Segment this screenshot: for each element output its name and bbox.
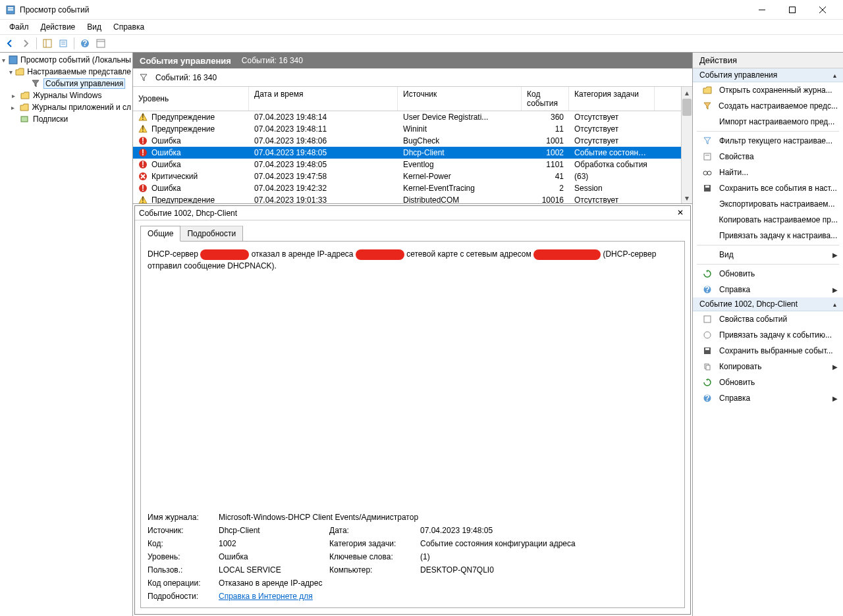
properties-button[interactable] (56, 36, 70, 51)
forward-button[interactable] (18, 36, 33, 51)
tab-general[interactable]: Общие (140, 226, 180, 242)
details-help-link[interactable]: Справка в Интернете для (219, 592, 313, 601)
meta-user: LOCAL SERVICE (219, 565, 324, 575)
maximize-button[interactable] (777, 0, 807, 20)
tree-label: События управления (43, 78, 125, 89)
action-refresh[interactable]: Обновить (693, 266, 843, 282)
refresh-tool-button[interactable] (94, 36, 108, 51)
action-attach-event-task[interactable]: Привязать задачу к событию... (693, 327, 843, 343)
col-date[interactable]: Дата и время (249, 87, 398, 111)
show-tree-button[interactable] (40, 36, 55, 51)
scrollbar[interactable]: ▴ ▾ (681, 87, 692, 203)
chevron-right-icon: ▶ (832, 363, 838, 371)
action-export[interactable]: Экспортировать настраиваем... (693, 196, 843, 212)
redacted-block (356, 249, 404, 260)
svg-text:!: ! (142, 148, 144, 157)
detail-tabs: Общие Подробности (135, 220, 690, 242)
menu-help[interactable]: Справка (108, 21, 150, 33)
svg-rect-14 (97, 39, 105, 47)
expand-icon[interactable]: ▸ (9, 92, 17, 99)
tree-subscriptions[interactable]: Подписки (0, 113, 132, 125)
collapse-icon[interactable]: ▴ (833, 301, 836, 308)
meta-cat: Событие состояния конфигурации адреса (420, 539, 678, 548)
center-count: Событий: 16 340 (242, 56, 303, 65)
action-attach-task[interactable]: Привязать задачу к настраива... (693, 228, 843, 244)
tree-app-logs[interactable]: ▸ Журналы приложений и сл (0, 101, 132, 113)
action-save-all[interactable]: Сохранить все события в наст... (693, 180, 843, 196)
event-description: DHCP-сервер отказал в аренде IP-адреса с… (148, 248, 678, 272)
expand-icon[interactable]: ▾ (1, 57, 6, 64)
tree-admin-events[interactable]: События управления (0, 78, 132, 90)
meta-computer: DESKTOP-QN7QLI0 (420, 565, 678, 575)
titlebar: Просмотр событий (0, 0, 843, 20)
svg-text:!: ! (142, 124, 144, 134)
action-find[interactable]: Найти... (693, 165, 843, 180)
funnel-icon (702, 101, 712, 111)
detail-panel: Событие 1002, Dhcp-Client ✕ Общие Подроб… (134, 205, 691, 615)
help-icon: ? (702, 393, 713, 403)
col-level[interactable]: Уровень (133, 87, 249, 111)
funnel-icon (702, 136, 713, 146)
svg-rect-16 (9, 56, 17, 64)
actions-panel: Действия События управления ▴ Открыть со… (693, 53, 843, 616)
svg-text:!: ! (142, 195, 144, 203)
action-event-props[interactable]: Свойства событий (693, 311, 843, 327)
tab-content: DHCP-сервер отказал в аренде IP-адреса с… (140, 241, 685, 608)
action-view-submenu[interactable]: Вид▶ (693, 247, 843, 263)
event-row[interactable]: !Предупреждение07.04.2023 19:48:11Winini… (133, 123, 681, 135)
svg-rect-43 (705, 348, 709, 350)
tab-details[interactable]: Подробности (180, 226, 243, 242)
event-row[interactable]: !Ошибка07.04.2023 19:48:05Dhcp-Client100… (133, 147, 681, 159)
menu-view[interactable]: Вид (82, 21, 107, 33)
menu-file[interactable]: Файл (4, 21, 34, 33)
svg-text:!: ! (142, 160, 144, 169)
tree-panel: ▾ Просмотр событий (Локальны ▾ Настраива… (0, 53, 133, 616)
event-row[interactable]: !Предупреждение07.04.2023 19:01:33Distri… (133, 194, 681, 203)
detail-close-button[interactable]: ✕ (674, 208, 686, 218)
meta-opcode: Отказано в аренде IP-адрес (219, 578, 678, 588)
action-create-view[interactable]: Создать настраиваемое предс... (693, 98, 843, 114)
svg-point-34 (703, 171, 707, 175)
tree-label: Подписки (33, 115, 68, 124)
action-refresh-2[interactable]: Обновить (693, 374, 843, 390)
event-row[interactable]: !Предупреждение07.04.2023 19:48:14User D… (133, 111, 681, 123)
scroll-up-icon[interactable]: ▴ (682, 87, 692, 98)
action-import-view[interactable]: Импорт настраиваемого пред... (693, 114, 843, 130)
tree-custom-views[interactable]: ▾ Настраиваемые представле (0, 66, 132, 78)
filter-count: Событий: 16 340 (155, 73, 217, 82)
tree-label: Настраиваемые представле (27, 67, 131, 76)
col-cat[interactable]: Категория задачи (569, 87, 655, 111)
actions-header: Действия (693, 53, 843, 68)
col-source[interactable]: Источник (398, 87, 522, 111)
help-button[interactable]: ? (78, 36, 92, 51)
action-properties[interactable]: Свойства (693, 149, 843, 165)
tree-windows-logs[interactable]: ▸ Журналы Windows (0, 90, 132, 101)
action-copy-view[interactable]: Копировать настраиваемое пр... (693, 212, 843, 228)
action-open-saved[interactable]: Открыть сохраненный журна... (693, 82, 843, 98)
scroll-thumb[interactable] (682, 99, 692, 116)
back-button[interactable] (3, 36, 17, 51)
event-row[interactable]: !Ошибка07.04.2023 19:48:06BugCheck1001От… (133, 135, 681, 147)
scroll-down-icon[interactable]: ▾ (682, 192, 692, 203)
event-row[interactable]: !Ошибка07.04.2023 19:42:32Kernel-EventTr… (133, 182, 681, 194)
event-row[interactable]: Критический07.04.2023 19:47:58Kernel-Pow… (133, 170, 681, 182)
expand-icon[interactable]: ▾ (9, 68, 13, 76)
collapse-icon[interactable]: ▴ (833, 72, 836, 79)
menu-action[interactable]: Действие (36, 21, 81, 33)
action-help-2[interactable]: ?Справка▶ (693, 390, 843, 406)
svg-point-35 (707, 171, 711, 175)
binoculars-icon (702, 167, 713, 178)
action-save-selected[interactable]: Сохранить выбранные событ... (693, 343, 843, 359)
action-filter-current[interactable]: Фильтр текущего настраивае... (693, 133, 843, 149)
crit-icon (138, 172, 148, 181)
detail-title: Событие 1002, Dhcp-Client (139, 209, 674, 218)
eventviewer-icon (9, 55, 18, 65)
action-help[interactable]: ?Справка▶ (693, 282, 843, 297)
minimize-button[interactable] (747, 0, 777, 20)
close-button[interactable] (807, 0, 838, 20)
tree-root[interactable]: ▾ Просмотр событий (Локальны (0, 54, 132, 66)
col-id[interactable]: Код события (522, 87, 569, 111)
expand-icon[interactable]: ▸ (9, 104, 16, 111)
action-copy-submenu[interactable]: Копировать▶ (693, 359, 843, 374)
event-row[interactable]: !Ошибка07.04.2023 19:48:05Eventlog1101Об… (133, 159, 681, 170)
